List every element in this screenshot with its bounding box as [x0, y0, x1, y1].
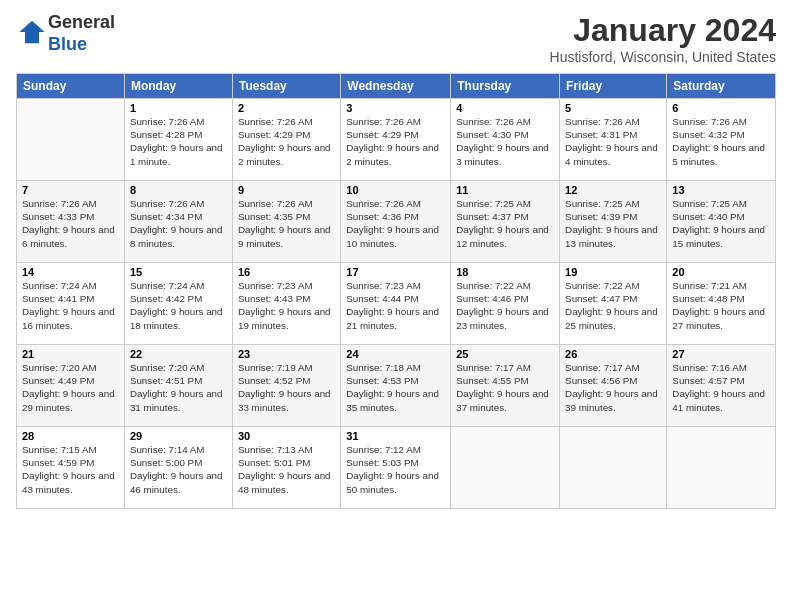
day-number: 7	[22, 184, 119, 196]
day-info: Sunrise: 7:13 AMSunset: 5:01 PMDaylight:…	[238, 443, 335, 496]
calendar-cell: 20Sunrise: 7:21 AMSunset: 4:48 PMDayligh…	[667, 263, 776, 345]
day-number: 23	[238, 348, 335, 360]
calendar-cell: 30Sunrise: 7:13 AMSunset: 5:01 PMDayligh…	[232, 427, 340, 509]
svg-marker-0	[19, 20, 44, 42]
calendar-cell: 19Sunrise: 7:22 AMSunset: 4:47 PMDayligh…	[560, 263, 667, 345]
day-info: Sunrise: 7:18 AMSunset: 4:53 PMDaylight:…	[346, 361, 445, 414]
calendar-cell: 18Sunrise: 7:22 AMSunset: 4:46 PMDayligh…	[451, 263, 560, 345]
day-info: Sunrise: 7:20 AMSunset: 4:51 PMDaylight:…	[130, 361, 227, 414]
calendar-cell: 6Sunrise: 7:26 AMSunset: 4:32 PMDaylight…	[667, 99, 776, 181]
day-number: 26	[565, 348, 661, 360]
calendar-cell: 11Sunrise: 7:25 AMSunset: 4:37 PMDayligh…	[451, 181, 560, 263]
calendar-header-row: Sunday Monday Tuesday Wednesday Thursday…	[17, 74, 776, 99]
calendar-week-3: 14Sunrise: 7:24 AMSunset: 4:41 PMDayligh…	[17, 263, 776, 345]
calendar-cell: 23Sunrise: 7:19 AMSunset: 4:52 PMDayligh…	[232, 345, 340, 427]
calendar-cell: 26Sunrise: 7:17 AMSunset: 4:56 PMDayligh…	[560, 345, 667, 427]
calendar-cell: 24Sunrise: 7:18 AMSunset: 4:53 PMDayligh…	[341, 345, 451, 427]
location: Hustisford, Wisconsin, United States	[550, 49, 776, 65]
day-number: 21	[22, 348, 119, 360]
calendar-cell: 22Sunrise: 7:20 AMSunset: 4:51 PMDayligh…	[124, 345, 232, 427]
day-number: 31	[346, 430, 445, 442]
logo: General Blue	[16, 12, 115, 55]
day-info: Sunrise: 7:26 AMSunset: 4:35 PMDaylight:…	[238, 197, 335, 250]
calendar-week-4: 21Sunrise: 7:20 AMSunset: 4:49 PMDayligh…	[17, 345, 776, 427]
day-info: Sunrise: 7:25 AMSunset: 4:40 PMDaylight:…	[672, 197, 770, 250]
day-info: Sunrise: 7:26 AMSunset: 4:31 PMDaylight:…	[565, 115, 661, 168]
day-info: Sunrise: 7:14 AMSunset: 5:00 PMDaylight:…	[130, 443, 227, 496]
calendar-cell: 15Sunrise: 7:24 AMSunset: 4:42 PMDayligh…	[124, 263, 232, 345]
day-number: 4	[456, 102, 554, 114]
day-number: 1	[130, 102, 227, 114]
day-number: 18	[456, 266, 554, 278]
day-number: 20	[672, 266, 770, 278]
calendar-cell: 31Sunrise: 7:12 AMSunset: 5:03 PMDayligh…	[341, 427, 451, 509]
day-number: 29	[130, 430, 227, 442]
day-info: Sunrise: 7:23 AMSunset: 4:44 PMDaylight:…	[346, 279, 445, 332]
day-number: 14	[22, 266, 119, 278]
calendar-week-1: 1Sunrise: 7:26 AMSunset: 4:28 PMDaylight…	[17, 99, 776, 181]
day-info: Sunrise: 7:12 AMSunset: 5:03 PMDaylight:…	[346, 443, 445, 496]
day-number: 30	[238, 430, 335, 442]
day-info: Sunrise: 7:26 AMSunset: 4:34 PMDaylight:…	[130, 197, 227, 250]
day-number: 10	[346, 184, 445, 196]
col-thursday: Thursday	[451, 74, 560, 99]
day-number: 17	[346, 266, 445, 278]
col-friday: Friday	[560, 74, 667, 99]
title-block: January 2024 Hustisford, Wisconsin, Unit…	[550, 12, 776, 65]
day-info: Sunrise: 7:26 AMSunset: 4:29 PMDaylight:…	[238, 115, 335, 168]
calendar-cell: 14Sunrise: 7:24 AMSunset: 4:41 PMDayligh…	[17, 263, 125, 345]
col-wednesday: Wednesday	[341, 74, 451, 99]
day-number: 2	[238, 102, 335, 114]
day-number: 6	[672, 102, 770, 114]
day-info: Sunrise: 7:26 AMSunset: 4:28 PMDaylight:…	[130, 115, 227, 168]
day-number: 16	[238, 266, 335, 278]
day-info: Sunrise: 7:25 AMSunset: 4:39 PMDaylight:…	[565, 197, 661, 250]
header: General Blue January 2024 Hustisford, Wi…	[16, 12, 776, 65]
calendar-cell: 27Sunrise: 7:16 AMSunset: 4:57 PMDayligh…	[667, 345, 776, 427]
day-info: Sunrise: 7:20 AMSunset: 4:49 PMDaylight:…	[22, 361, 119, 414]
day-number: 25	[456, 348, 554, 360]
col-monday: Monday	[124, 74, 232, 99]
day-info: Sunrise: 7:23 AMSunset: 4:43 PMDaylight:…	[238, 279, 335, 332]
calendar-cell: 9Sunrise: 7:26 AMSunset: 4:35 PMDaylight…	[232, 181, 340, 263]
day-info: Sunrise: 7:24 AMSunset: 4:41 PMDaylight:…	[22, 279, 119, 332]
calendar-cell: 16Sunrise: 7:23 AMSunset: 4:43 PMDayligh…	[232, 263, 340, 345]
calendar-cell: 7Sunrise: 7:26 AMSunset: 4:33 PMDaylight…	[17, 181, 125, 263]
col-tuesday: Tuesday	[232, 74, 340, 99]
day-info: Sunrise: 7:25 AMSunset: 4:37 PMDaylight:…	[456, 197, 554, 250]
calendar-cell	[17, 99, 125, 181]
day-info: Sunrise: 7:26 AMSunset: 4:33 PMDaylight:…	[22, 197, 119, 250]
calendar-cell: 21Sunrise: 7:20 AMSunset: 4:49 PMDayligh…	[17, 345, 125, 427]
day-info: Sunrise: 7:26 AMSunset: 4:29 PMDaylight:…	[346, 115, 445, 168]
calendar-cell: 17Sunrise: 7:23 AMSunset: 4:44 PMDayligh…	[341, 263, 451, 345]
day-info: Sunrise: 7:17 AMSunset: 4:55 PMDaylight:…	[456, 361, 554, 414]
day-number: 15	[130, 266, 227, 278]
day-number: 27	[672, 348, 770, 360]
calendar-cell: 28Sunrise: 7:15 AMSunset: 4:59 PMDayligh…	[17, 427, 125, 509]
day-number: 9	[238, 184, 335, 196]
day-info: Sunrise: 7:16 AMSunset: 4:57 PMDaylight:…	[672, 361, 770, 414]
day-number: 24	[346, 348, 445, 360]
day-number: 13	[672, 184, 770, 196]
day-number: 5	[565, 102, 661, 114]
day-number: 3	[346, 102, 445, 114]
day-number: 8	[130, 184, 227, 196]
col-saturday: Saturday	[667, 74, 776, 99]
calendar-cell: 1Sunrise: 7:26 AMSunset: 4:28 PMDaylight…	[124, 99, 232, 181]
calendar-cell: 2Sunrise: 7:26 AMSunset: 4:29 PMDaylight…	[232, 99, 340, 181]
logo-icon	[18, 18, 46, 46]
calendar-cell	[667, 427, 776, 509]
calendar-cell: 4Sunrise: 7:26 AMSunset: 4:30 PMDaylight…	[451, 99, 560, 181]
calendar-cell: 5Sunrise: 7:26 AMSunset: 4:31 PMDaylight…	[560, 99, 667, 181]
calendar-week-5: 28Sunrise: 7:15 AMSunset: 4:59 PMDayligh…	[17, 427, 776, 509]
calendar-week-2: 7Sunrise: 7:26 AMSunset: 4:33 PMDaylight…	[17, 181, 776, 263]
calendar-cell: 10Sunrise: 7:26 AMSunset: 4:36 PMDayligh…	[341, 181, 451, 263]
month-title: January 2024	[550, 12, 776, 49]
day-number: 12	[565, 184, 661, 196]
calendar-cell: 13Sunrise: 7:25 AMSunset: 4:40 PMDayligh…	[667, 181, 776, 263]
day-info: Sunrise: 7:21 AMSunset: 4:48 PMDaylight:…	[672, 279, 770, 332]
col-sunday: Sunday	[17, 74, 125, 99]
day-number: 22	[130, 348, 227, 360]
day-info: Sunrise: 7:15 AMSunset: 4:59 PMDaylight:…	[22, 443, 119, 496]
calendar-cell: 3Sunrise: 7:26 AMSunset: 4:29 PMDaylight…	[341, 99, 451, 181]
